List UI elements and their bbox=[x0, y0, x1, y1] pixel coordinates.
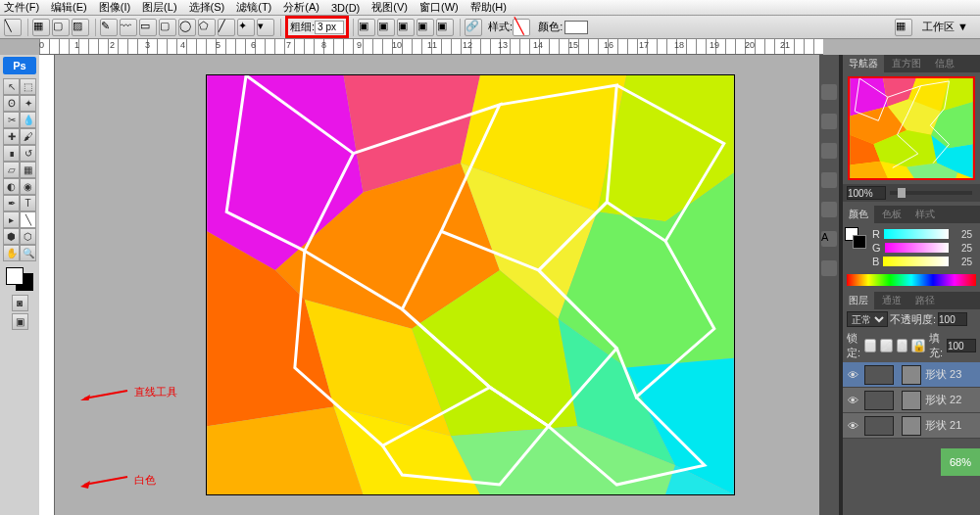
type-tool[interactable]: T bbox=[20, 195, 36, 211]
zoom-tool[interactable]: 🔍 bbox=[20, 245, 36, 261]
quickmask-tool[interactable]: ◙ bbox=[12, 295, 28, 311]
menu-layer[interactable]: 图层(L) bbox=[142, 0, 176, 15]
clone-source-icon[interactable] bbox=[821, 202, 837, 217]
layer-thumbnail[interactable] bbox=[864, 391, 894, 410]
polygon-icon[interactable]: ⬠ bbox=[198, 19, 216, 36]
layer-thumbnail[interactable] bbox=[864, 416, 894, 436]
b-slider[interactable] bbox=[883, 257, 949, 266]
heal-tool[interactable]: ✚ bbox=[3, 128, 20, 145]
crop-tool[interactable]: ✂ bbox=[3, 112, 20, 128]
fill-pixels-icon[interactable]: ▨ bbox=[72, 19, 89, 36]
line-tool[interactable]: ╲ bbox=[20, 211, 36, 228]
mode-exclude-icon[interactable]: ▣ bbox=[436, 19, 454, 36]
eraser-tool[interactable]: ▱ bbox=[3, 162, 20, 178]
ellipse-icon[interactable]: ◯ bbox=[178, 19, 196, 36]
character-icon[interactable]: A bbox=[821, 231, 837, 247]
tab-swatches[interactable]: 色板 bbox=[876, 206, 907, 223]
layer-mask-thumbnail[interactable] bbox=[902, 416, 921, 436]
tab-layers[interactable]: 图层 bbox=[843, 292, 874, 309]
menu-view[interactable]: 视图(V) bbox=[371, 0, 408, 15]
color-ramp[interactable] bbox=[847, 274, 976, 286]
eyedropper-tool[interactable]: 💧 bbox=[20, 112, 36, 128]
screen-mode-icon[interactable]: ▦ bbox=[895, 19, 912, 36]
r-slider[interactable] bbox=[884, 229, 949, 239]
menu-file[interactable]: 文件(F) bbox=[4, 0, 39, 15]
lasso-tool[interactable]: ʘ bbox=[3, 95, 20, 112]
menu-edit[interactable]: 编辑(E) bbox=[51, 0, 87, 15]
tab-color[interactable]: 颜色 bbox=[843, 206, 874, 223]
tab-navigator[interactable]: 导航器 bbox=[843, 55, 884, 72]
mode-add-icon[interactable]: ▣ bbox=[377, 19, 395, 36]
mode-new-icon[interactable]: ▣ bbox=[358, 19, 375, 36]
shape-options-icon[interactable]: ▾ bbox=[257, 19, 274, 36]
layer-row[interactable]: 👁 形状 22 bbox=[843, 388, 980, 413]
hand-tool[interactable]: ✋ bbox=[3, 245, 20, 261]
brushes-icon[interactable] bbox=[821, 172, 837, 188]
custom-shape-icon[interactable]: ✦ bbox=[237, 19, 255, 36]
paths-icon[interactable]: ▢ bbox=[52, 19, 70, 36]
lock-image-icon[interactable]: 🖌 bbox=[880, 339, 893, 352]
document-canvas[interactable] bbox=[206, 74, 735, 495]
foreground-color[interactable] bbox=[6, 267, 24, 285]
blend-mode-select[interactable]: 正常 bbox=[847, 311, 888, 327]
actions-icon[interactable] bbox=[821, 114, 837, 129]
panel-bg-color[interactable] bbox=[853, 235, 866, 249]
stamp-tool[interactable]: ∎ bbox=[3, 145, 20, 162]
menu-help[interactable]: 帮助(H) bbox=[470, 0, 507, 15]
menu-window[interactable]: 窗口(W) bbox=[419, 0, 459, 15]
mode-intersect-icon[interactable]: ▣ bbox=[416, 19, 434, 36]
shape-layers-icon[interactable]: ▦ bbox=[32, 19, 50, 36]
layer-name[interactable]: 形状 21 bbox=[925, 418, 961, 433]
visibility-icon[interactable]: 👁 bbox=[845, 395, 860, 406]
style-picker[interactable]: ╲ bbox=[513, 19, 530, 36]
3d-tool[interactable]: ⬢ bbox=[3, 228, 20, 245]
menu-analysis[interactable]: 分析(A) bbox=[283, 0, 319, 15]
history-brush-tool[interactable]: ↺ bbox=[20, 145, 36, 162]
blur-tool[interactable]: ◐ bbox=[3, 178, 20, 195]
layer-mask-thumbnail[interactable] bbox=[902, 365, 921, 385]
mode-subtract-icon[interactable]: ▣ bbox=[397, 19, 415, 36]
marquee-tool[interactable]: ⬚ bbox=[20, 78, 36, 95]
workspace-switcher[interactable]: 工作区 ▼ bbox=[922, 20, 968, 34]
brush-tool[interactable]: 🖌 bbox=[20, 128, 36, 145]
lock-position-icon[interactable]: ✥ bbox=[897, 339, 907, 352]
color-swatch[interactable] bbox=[564, 21, 588, 34]
visibility-icon[interactable]: 👁 bbox=[845, 369, 860, 381]
visibility-icon[interactable]: 👁 bbox=[845, 420, 860, 432]
rounded-rect-icon[interactable]: ▢ bbox=[159, 19, 176, 36]
menu-image[interactable]: 图像(I) bbox=[99, 0, 130, 15]
layer-row[interactable]: 👁 形状 21 bbox=[843, 413, 980, 439]
tab-histogram[interactable]: 直方图 bbox=[886, 55, 927, 72]
weight-input[interactable] bbox=[315, 21, 344, 34]
layer-row[interactable]: 👁 形状 23 bbox=[843, 362, 980, 388]
link-icon[interactable]: 🔗 bbox=[465, 19, 482, 36]
g-slider[interactable] bbox=[885, 243, 949, 253]
zoom-slider[interactable] bbox=[890, 191, 972, 195]
wand-tool[interactable]: ✦ bbox=[20, 95, 36, 112]
pen-tool[interactable]: ✒ bbox=[3, 195, 20, 211]
color-picker[interactable] bbox=[6, 267, 33, 291]
rectangle-icon[interactable]: ▭ bbox=[139, 19, 157, 36]
dodge-tool[interactable]: ◉ bbox=[20, 178, 36, 195]
layer-thumbnail[interactable] bbox=[864, 365, 894, 385]
paragraph-icon[interactable] bbox=[821, 260, 837, 276]
menu-filter[interactable]: 滤镜(T) bbox=[236, 0, 271, 15]
tab-paths[interactable]: 路径 bbox=[909, 292, 941, 309]
fill-input[interactable] bbox=[947, 339, 976, 352]
zoom-input[interactable] bbox=[847, 186, 886, 200]
history-icon[interactable] bbox=[821, 84, 837, 100]
move-tool[interactable]: ↖ bbox=[3, 78, 20, 95]
lock-transparency-icon[interactable]: ▦ bbox=[864, 339, 876, 352]
opacity-input[interactable] bbox=[938, 312, 967, 326]
gradient-tool[interactable]: ▦ bbox=[20, 162, 36, 178]
3d-camera-tool[interactable]: ⬡ bbox=[20, 228, 36, 245]
tool-presets-icon[interactable] bbox=[821, 143, 837, 159]
pen-icon[interactable]: ✎ bbox=[100, 19, 118, 36]
freeform-pen-icon[interactable]: 〰 bbox=[120, 19, 137, 36]
lock-all-icon[interactable]: 🔒 bbox=[911, 339, 925, 352]
navigator-thumbnail[interactable] bbox=[848, 76, 975, 180]
screenmode-tool[interactable]: ▣ bbox=[12, 313, 28, 330]
path-select-tool[interactable]: ▸ bbox=[3, 211, 20, 228]
line-icon[interactable]: ╱ bbox=[218, 19, 235, 36]
tab-styles[interactable]: 样式 bbox=[909, 206, 941, 223]
